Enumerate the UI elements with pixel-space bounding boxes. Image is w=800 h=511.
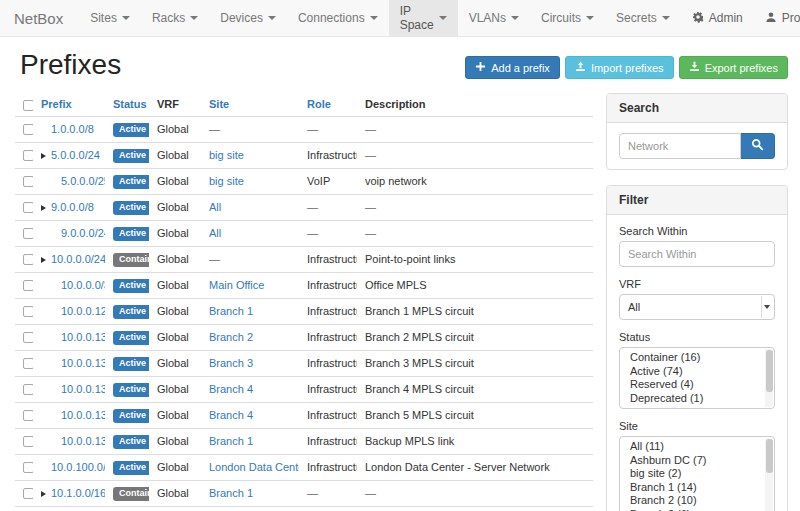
site-link[interactable]: big site <box>209 149 244 161</box>
prefix-link[interactable]: 10.1.0.0/16 <box>51 487 105 499</box>
expand-arrow-icon[interactable] <box>41 201 51 213</box>
nav-item-sites[interactable]: Sites <box>79 0 141 36</box>
vrf-cell: Global <box>149 506 201 511</box>
status-badge: Active <box>113 123 149 137</box>
scrollbar[interactable] <box>765 438 773 511</box>
site-link[interactable]: Branch 3 <box>209 357 253 369</box>
nav-item-racks[interactable]: Racks <box>141 0 209 36</box>
row-checkbox[interactable] <box>23 124 33 135</box>
site-link[interactable]: Branch 4 <box>209 409 253 421</box>
description-cell: Office MPLS <box>357 272 593 298</box>
listbox-option[interactable]: Deprecated (1) <box>620 392 774 406</box>
site-link[interactable]: Branch 1 <box>209 305 253 317</box>
site-link[interactable]: Branch 2 <box>209 331 253 343</box>
prefix-link[interactable]: 10.0.0.136/31 <box>61 409 105 421</box>
brand-link[interactable]: NetBox <box>0 0 79 36</box>
export-prefixes-button[interactable]: Export prefixes <box>679 56 788 79</box>
row-select-cell <box>15 194 33 220</box>
listbox-option[interactable]: Active (74) <box>620 365 774 379</box>
listbox-option[interactable]: Reserved (4) <box>620 378 774 392</box>
site-link[interactable]: Main Office <box>209 279 264 291</box>
prefix-link[interactable]: 10.0.0.0/24 <box>51 253 105 265</box>
nav-item-profile[interactable]: Profile <box>754 0 800 36</box>
row-checkbox[interactable] <box>23 176 33 187</box>
prefix-link[interactable]: 9.0.0.0/24 <box>61 227 105 239</box>
prefix-link[interactable]: 10.0.0.132/31 <box>61 357 105 369</box>
scrollbar-thumb[interactable] <box>766 439 773 473</box>
row-checkbox[interactable] <box>23 306 33 317</box>
prefix-link[interactable]: 10.0.0.0/31 <box>61 279 105 291</box>
site-link[interactable]: Branch 1 <box>209 435 253 447</box>
import-prefixes-button[interactable]: Import prefixes <box>565 56 674 79</box>
listbox-option[interactable]: Branch 2 (10) <box>620 494 774 508</box>
nav-item-secrets[interactable]: Secrets <box>605 0 681 36</box>
role-cell: Infrastructure <box>299 376 357 402</box>
search-button[interactable] <box>741 133 775 159</box>
site-link[interactable]: Branch 1 <box>209 487 253 499</box>
row-checkbox[interactable] <box>23 410 33 421</box>
chevron-down-icon <box>586 16 594 20</box>
nav-item-circuits[interactable]: Circuits <box>530 0 605 36</box>
row-checkbox[interactable] <box>23 202 33 213</box>
sort-link-site[interactable]: Site <box>209 98 229 110</box>
search-input[interactable] <box>619 133 741 159</box>
listbox-option[interactable]: Ashburn DC (7) <box>620 454 774 468</box>
site-link[interactable]: All <box>209 227 221 239</box>
site-link[interactable]: Branch 4 <box>209 383 253 395</box>
prefix-link[interactable]: 10.0.0.134/31 <box>61 383 105 395</box>
status-cell: Active <box>105 376 149 402</box>
row-checkbox[interactable] <box>23 436 33 447</box>
listbox-option[interactable]: big site (2) <box>620 467 774 481</box>
expand-arrow-icon[interactable] <box>41 149 51 161</box>
select-all-checkbox[interactable] <box>23 100 33 111</box>
row-select-cell <box>15 324 33 350</box>
expand-arrow-icon[interactable] <box>41 253 51 265</box>
prefix-link[interactable]: 10.0.0.128/31 <box>61 305 105 317</box>
nav-item-ip-space[interactable]: IP Space <box>389 0 458 36</box>
listbox-option[interactable]: Branch 1 (14) <box>620 481 774 495</box>
prefix-link[interactable]: 5.0.0.0/24 <box>51 149 100 161</box>
prefix-link[interactable]: 10.0.0.138/31 <box>61 435 105 447</box>
filter-label-site: Site <box>619 420 775 432</box>
row-checkbox[interactable] <box>23 228 33 239</box>
nav-item-label: Devices <box>220 11 263 25</box>
prefix-link[interactable]: 9.0.0.0/8 <box>51 201 94 213</box>
add-a-prefix-button[interactable]: Add a prefix <box>465 56 560 79</box>
row-checkbox[interactable] <box>23 358 33 369</box>
prefix-link[interactable]: 10.0.100.0/24 <box>51 461 105 473</box>
row-checkbox[interactable] <box>23 280 33 291</box>
status-cell: Active <box>105 428 149 454</box>
nav-item-connections[interactable]: Connections <box>287 0 389 36</box>
status-badge: Container <box>113 487 149 501</box>
sort-link-role[interactable]: Role <box>307 98 331 110</box>
row-checkbox[interactable] <box>23 150 33 161</box>
role-cell: Infrastructure <box>299 246 357 272</box>
site-link[interactable]: London Data Center <box>209 461 299 473</box>
scrollbar[interactable] <box>765 349 773 407</box>
nav-item-admin[interactable]: Admin <box>681 0 754 36</box>
listbox-option[interactable]: All (11) <box>620 440 774 454</box>
scrollbar-thumb[interactable] <box>766 350 773 392</box>
row-checkbox[interactable] <box>23 384 33 395</box>
filter-input-search-within[interactable] <box>619 241 775 267</box>
site-link[interactable]: big site <box>209 175 244 187</box>
filter-select-vrf[interactable]: All <box>619 294 775 320</box>
row-checkbox[interactable] <box>23 254 33 265</box>
nav-item-vlans[interactable]: VLANs <box>458 0 530 36</box>
site-link[interactable]: All <box>209 201 221 213</box>
sort-link-status[interactable]: Status <box>113 98 147 110</box>
sort-link-prefix[interactable]: Prefix <box>41 98 72 110</box>
listbox-option[interactable]: Branch 3 (6) <box>620 508 774 511</box>
prefix-link[interactable]: 5.0.0.0/25 <box>61 175 105 187</box>
row-checkbox[interactable] <box>23 488 33 499</box>
site-cell: Branch 3 <box>201 350 299 376</box>
row-checkbox[interactable] <box>23 462 33 473</box>
row-checkbox[interactable] <box>23 332 33 343</box>
nav-item-devices[interactable]: Devices <box>209 0 287 36</box>
prefix-link[interactable]: 10.0.0.130/31 <box>61 331 105 343</box>
prefix-link[interactable]: 1.0.0.0/8 <box>51 123 94 135</box>
nav-item-label: Circuits <box>541 11 581 25</box>
expand-arrow-icon[interactable] <box>41 487 51 499</box>
status-badge: Active <box>113 175 149 189</box>
listbox-option[interactable]: Container (16) <box>620 351 774 365</box>
